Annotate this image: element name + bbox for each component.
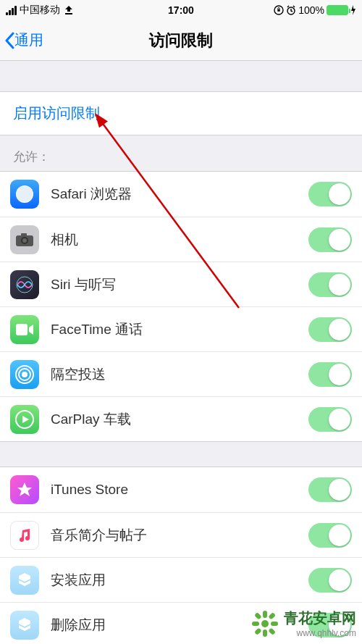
lock-icon — [274, 5, 284, 15]
row-label: 相机 — [51, 230, 308, 249]
row-label: FaceTime 通话 — [51, 320, 308, 339]
row-siri: Siri 与听写 — [0, 262, 362, 306]
allow-header: 允许： — [0, 135, 362, 171]
row-label: 隔空投送 — [51, 365, 308, 384]
row-airdrop: 隔空投送 — [0, 351, 362, 396]
carplay-toggle[interactable] — [308, 407, 352, 432]
page-title: 访问限制 — [0, 30, 362, 51]
safari-icon — [10, 180, 39, 209]
camera-icon — [10, 225, 39, 254]
safari-toggle[interactable] — [308, 182, 352, 206]
itunes-store-toggle[interactable] — [308, 477, 352, 502]
svg-point-4 — [17, 186, 33, 202]
data-icon — [63, 6, 75, 14]
airdrop-toggle[interactable] — [308, 362, 352, 387]
row-label: CarPlay 车载 — [51, 410, 308, 429]
enable-group: 启用访问限制 — [0, 91, 362, 135]
watermark-title: 青花安卓网 — [284, 609, 356, 628]
svg-point-16 — [261, 620, 269, 627]
row-safari: Safari 浏览器 — [0, 172, 362, 217]
watermark: 青花安卓网 www.qhhlv.com — [251, 609, 356, 638]
siri-toggle[interactable] — [308, 272, 352, 297]
signal-icon — [6, 6, 17, 15]
status-right: 100% — [240, 4, 356, 16]
watermark-logo-icon — [251, 609, 279, 638]
svg-rect-17 — [263, 611, 267, 618]
delete-apps-icon — [10, 611, 39, 640]
svg-rect-1 — [277, 9, 279, 12]
svg-rect-20 — [271, 622, 278, 626]
svg-point-11 — [22, 372, 28, 377]
spacer — [0, 442, 362, 467]
carplay-icon — [10, 405, 39, 434]
charging-icon — [350, 5, 356, 15]
svg-rect-18 — [263, 630, 267, 637]
install-apps-toggle[interactable] — [308, 568, 352, 593]
row-facetime: FaceTime 通话 — [0, 306, 362, 351]
alarm-icon — [286, 5, 296, 15]
svg-rect-19 — [252, 622, 259, 626]
battery-icon — [327, 5, 348, 15]
enable-restrictions-button[interactable]: 启用访问限制 — [0, 92, 362, 135]
row-label: 安装应用 — [51, 571, 308, 590]
svg-rect-24 — [268, 627, 276, 635]
airdrop-icon — [10, 360, 39, 389]
svg-rect-22 — [268, 612, 276, 620]
siri-icon — [10, 270, 39, 299]
install-apps-icon — [10, 566, 39, 595]
music-profile-toggle[interactable] — [308, 523, 352, 548]
svg-rect-21 — [254, 612, 262, 620]
row-label: Safari 浏览器 — [51, 185, 308, 204]
back-label: 通用 — [14, 30, 43, 50]
watermark-url: www.qhhlv.com — [284, 628, 356, 638]
row-label: iTunes Store — [51, 482, 308, 498]
row-label: 音乐简介与帖子 — [51, 526, 308, 545]
camera-toggle[interactable] — [308, 227, 352, 252]
svg-point-8 — [22, 238, 27, 243]
facetime-toggle[interactable] — [308, 317, 352, 342]
svg-rect-10 — [16, 324, 28, 335]
allow-group-1: Safari 浏览器相机Siri 与听写FaceTime 通话隔空投送CarPl… — [0, 171, 362, 442]
facetime-icon — [10, 315, 39, 344]
row-music-profile: 音乐简介与帖子 — [0, 512, 362, 557]
row-itunes-store: iTunes Store — [0, 467, 362, 512]
status-left: 中国移动 — [6, 4, 122, 17]
music-profile-icon — [10, 521, 39, 550]
battery-percent: 100% — [298, 4, 324, 16]
spacer — [0, 61, 362, 91]
svg-rect-6 — [21, 233, 27, 237]
status-bar: 中国移动 17:00 100% — [0, 0, 362, 20]
row-label: Siri 与听写 — [51, 275, 308, 294]
carrier-label: 中国移动 — [20, 4, 60, 17]
svg-rect-23 — [254, 627, 262, 635]
row-carplay: CarPlay 车载 — [0, 396, 362, 441]
chevron-left-icon — [4, 32, 14, 49]
row-install-apps: 安装应用 — [0, 557, 362, 602]
back-button[interactable]: 通用 — [0, 30, 48, 50]
nav-bar: 通用 访问限制 — [0, 20, 362, 61]
clock: 17:00 — [122, 4, 239, 16]
row-camera: 相机 — [0, 217, 362, 262]
itunes-store-icon — [10, 475, 39, 504]
